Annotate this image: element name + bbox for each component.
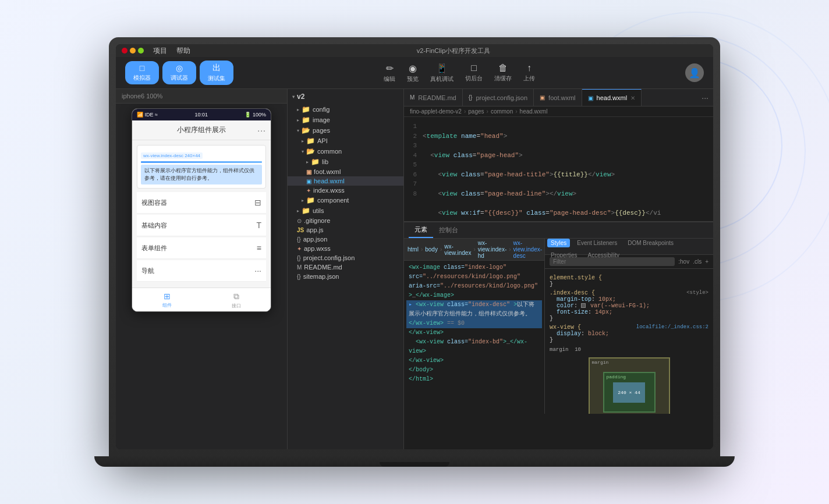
- file-item-app-wxss[interactable]: ✦ app.wxss: [288, 244, 403, 253]
- sitemap-icon: {}: [297, 274, 301, 280]
- tab-head-close[interactable]: ✕: [630, 95, 635, 101]
- file-item-component[interactable]: 📁 component: [288, 195, 403, 205]
- toolbar-action-upload[interactable]: ↑ 上传: [523, 63, 535, 83]
- upload-icon: ↑: [527, 63, 532, 73]
- filter-cls-btn[interactable]: .cls: [693, 258, 702, 265]
- toolbar-btn-simulator[interactable]: □ 模拟器: [125, 61, 159, 84]
- file-item-app-json[interactable]: {} app.json: [288, 235, 403, 244]
- breadcrumb-item-3[interactable]: head.wxml: [520, 108, 548, 115]
- file-item-pages[interactable]: 📂 pages: [288, 125, 403, 136]
- css-prop-display: display: block;: [550, 331, 708, 337]
- user-avatar[interactable]: 👤: [685, 63, 704, 82]
- phone-panel: iphone6 100% 📶 IDE ≈ 10:01 🔋 100%: [116, 89, 288, 449]
- phone-tab-component[interactable]: ⊞ 组件: [132, 292, 201, 309]
- file-item-lib[interactable]: 📁 lib: [288, 157, 403, 167]
- file-item-config[interactable]: 📁 config: [288, 104, 403, 115]
- phone-menu-item-2[interactable]: 表单组件 ≡: [137, 237, 266, 259]
- file-item-app-js[interactable]: JS app.js: [288, 225, 403, 235]
- css-index-desc-close: }: [550, 315, 708, 322]
- toolbar-action-background[interactable]: □ 切后台: [465, 63, 483, 83]
- window-min-btn[interactable]: [130, 48, 136, 54]
- file-root[interactable]: v2: [288, 89, 403, 104]
- readme-icon: M: [297, 264, 302, 271]
- dom-bc-desc[interactable]: wx-view.index-desc: [513, 240, 542, 259]
- devtools-tab-console[interactable]: 控制台: [433, 222, 464, 238]
- dom-bc-hd[interactable]: wx-view.index-hd: [478, 240, 506, 259]
- tab-project-config[interactable]: {} project.config.json: [463, 89, 534, 106]
- filter-hov-btn[interactable]: :hov: [678, 258, 689, 265]
- breadcrumb-item-0[interactable]: fino-applet-demo-v2: [410, 108, 462, 115]
- window-close-btn[interactable]: [122, 48, 127, 54]
- phone-menu-item-1[interactable]: 基础内容 T: [137, 215, 266, 236]
- menu-bar: 项目 帮助 v2-FinClip小程序开发工具: [116, 44, 713, 57]
- styles-tab-event-listeners[interactable]: Event Listeners: [573, 239, 621, 247]
- pages-chevron: [297, 128, 299, 133]
- file-item-readme[interactable]: M README.md: [288, 262, 403, 272]
- phone-bottom-tabs: ⊞ 组件 ⧉ 接口: [132, 288, 271, 311]
- css-section-wx-view: wx-view { localfile:/_index.css:2 displa…: [550, 324, 708, 343]
- file-item-gitignore[interactable]: ⊙ .gitignore: [288, 216, 403, 225]
- file-item-sitemap[interactable]: {} sitemap.json: [288, 272, 403, 281]
- utils-chevron: [297, 208, 299, 214]
- phone-desc-box: wx-view.index-desc 240×44 以下将展示小程序官方组件能力…: [137, 145, 266, 189]
- file-item-index-wxss[interactable]: ✦ index.wxss: [288, 186, 403, 195]
- file-item-utils[interactable]: 📁 utils: [288, 205, 403, 216]
- edit-icon: ✏: [386, 63, 394, 74]
- dom-bc-body[interactable]: body: [425, 246, 438, 253]
- file-explorer: v2 📁 config 📁 image 📂: [288, 89, 404, 449]
- css-display-prop: display: [557, 331, 581, 337]
- tab-readme-icon: M: [410, 94, 414, 101]
- background-icon: □: [471, 63, 477, 73]
- css-element-close: }: [550, 281, 708, 288]
- phone-menu-item-3[interactable]: 导航 ···: [137, 260, 266, 282]
- toolbar-btn-debugger[interactable]: ◎ 调试器: [162, 61, 196, 84]
- styles-filter-input[interactable]: [550, 257, 675, 266]
- dom-bc-html[interactable]: html: [408, 246, 419, 253]
- phone-status-bar: 📶 IDE ≈ 10:01 🔋 100%: [132, 109, 271, 120]
- utils-label: utils: [313, 207, 324, 214]
- common-chevron: [302, 149, 304, 154]
- phone-more-btn[interactable]: ···: [257, 126, 266, 135]
- tab-more-btn[interactable]: ···: [697, 93, 713, 102]
- app-js-icon: JS: [297, 227, 304, 233]
- dom-line-1[interactable]: ▸ <wx-view class="index-desc" >以下将展示小程序官…: [406, 300, 542, 328]
- window-max-btn[interactable]: [138, 48, 144, 54]
- toolbar-action-edit[interactable]: ✏ 编辑: [384, 63, 395, 83]
- toolbar-action-real-debug[interactable]: 📱 真机调试: [430, 63, 454, 83]
- toolbar-btn-test[interactable]: 出 测试集: [200, 61, 233, 85]
- dom-tree[interactable]: <wx-image class="index-logo" src="../res…: [404, 261, 544, 414]
- toolbar-right: 👤: [685, 63, 704, 82]
- component-chevron: [302, 198, 304, 203]
- breadcrumb-item-2[interactable]: common: [491, 108, 513, 115]
- editor-breadcrumb: fino-applet-demo-v2 › pages › common › h…: [404, 107, 713, 117]
- file-item-foot-wxml[interactable]: ▣ foot.wxml: [288, 167, 403, 176]
- breadcrumb-item-1[interactable]: pages: [468, 108, 484, 115]
- toolbar-action-preview[interactable]: ◉ 预览: [407, 63, 419, 83]
- file-item-head-wxml[interactable]: ▣ head.wxml: [288, 176, 403, 186]
- phone-content: wx-view.index-desc 240×44 以下将展示小程序官方组件能力…: [132, 140, 271, 288]
- file-item-api[interactable]: 📁 API: [288, 136, 403, 146]
- index-wxss-icon: ✦: [306, 187, 311, 194]
- css-wx-view-close: }: [550, 337, 708, 343]
- devtools-tab-elements[interactable]: 元素: [409, 222, 433, 238]
- styles-tab-dom-breakpoints[interactable]: DOM Breakpoints: [624, 239, 677, 247]
- component-folder-icon: 📁: [306, 196, 315, 204]
- file-item-common[interactable]: 📂 common: [288, 146, 403, 157]
- toolbar-action-clear-cache[interactable]: 🗑 清缓存: [494, 63, 512, 83]
- file-item-image[interactable]: 📁 image: [288, 115, 403, 125]
- file-item-project-config[interactable]: {} project.config.json: [288, 253, 403, 262]
- tab-foot-wxml[interactable]: ▣ foot.wxml: [534, 89, 582, 106]
- code-content[interactable]: <template name="head"> <view class="page…: [420, 117, 713, 221]
- phone-tab-api[interactable]: ⧉ 接口: [201, 292, 271, 309]
- tab-head-wxml[interactable]: ▣ head.wxml ✕: [582, 89, 642, 106]
- phone-title-bar: 小程序组件展示 ···: [132, 120, 271, 140]
- dom-bc-index[interactable]: wx-view.index: [444, 243, 471, 256]
- menu-item-project[interactable]: 项目: [153, 46, 167, 56]
- css-margin-top-val: 10px;: [598, 296, 616, 303]
- menu-item-help[interactable]: 帮助: [176, 46, 190, 56]
- tab-readme[interactable]: M README.md: [404, 89, 463, 106]
- filter-add-btn[interactable]: +: [705, 258, 708, 265]
- project-config-label: project.config.json: [303, 254, 355, 261]
- styles-tab-styles[interactable]: Styles: [547, 239, 570, 247]
- phone-menu-item-0[interactable]: 视图容器 ⊟: [137, 192, 266, 214]
